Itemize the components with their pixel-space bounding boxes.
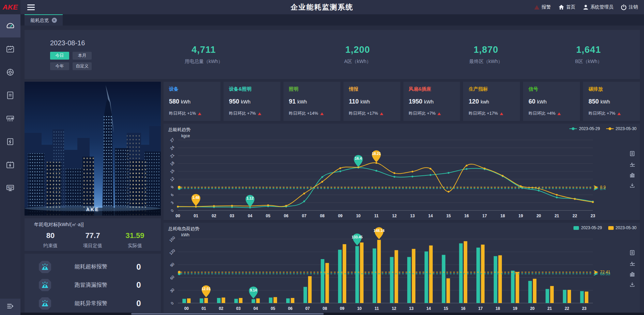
kpi-card-device: 设备 580kWh 昨日环比 +1%	[164, 82, 220, 121]
svg-text:10: 10	[357, 306, 362, 311]
svg-text:10: 10	[356, 214, 361, 218]
alarm-count: 0	[123, 299, 154, 308]
download-icon[interactable]	[630, 282, 635, 287]
line-type-icon[interactable]	[630, 162, 635, 167]
home-icon	[558, 4, 564, 10]
bar-chart: 0306090120150000102030405060708091011121…	[164, 223, 640, 313]
svg-text:9: 9	[170, 185, 174, 189]
city-brand-label: AKE	[25, 207, 161, 212]
tab-energy-overview[interactable]: 能耗总览 ×	[25, 14, 63, 26]
alarm-row-leakage: 跑冒滴漏报警 0	[31, 276, 154, 294]
svg-text:04: 04	[248, 214, 252, 218]
stat-total-power: 4,711 用电总量（kWh）	[127, 45, 281, 65]
svg-text:8.9: 8.9	[600, 185, 606, 190]
calendar-bolt-icon	[6, 160, 15, 169]
city-image: AKE	[25, 82, 161, 216]
kpi-card-carbon: 碳排放 850kWh 昨日环比 +7%	[583, 82, 640, 121]
nav-home[interactable]: 首页	[558, 4, 576, 10]
sidebar-item-power[interactable]	[0, 130, 20, 153]
sidebar-item-eco[interactable]: ECO	[0, 176, 20, 200]
benchmark-panel: 年耗电对标[kWh/(㎡·a)] 80 约束值 77.7 项目定值 31.59	[25, 218, 161, 251]
svg-text:02: 02	[219, 306, 224, 311]
sidebar-item-hvac[interactable]	[0, 107, 20, 130]
top-header: AKE 企业能耗监测系统 报警 首页 系统管理员	[0, 0, 644, 14]
data-view-icon[interactable]	[630, 250, 635, 255]
svg-text:0: 0	[170, 301, 174, 305]
svg-text:18: 18	[495, 306, 500, 311]
increase-arrow-icon	[617, 112, 621, 115]
current-date: 2023-08-16	[50, 39, 127, 47]
svg-text:60: 60	[169, 274, 175, 280]
bar-chart-panel: 总耗电负荷趋势 kWh 2023-05-29 2023-05-30 030609…	[164, 223, 640, 313]
svg-text:12: 12	[392, 214, 397, 218]
svg-text:21: 21	[554, 214, 559, 218]
svg-text:133.45: 133.45	[352, 235, 363, 239]
tab-bar: 能耗总览 ×	[20, 14, 644, 26]
download-icon[interactable]	[630, 183, 635, 188]
stat-zone-a: 1,200 A区（kWh）	[281, 45, 435, 65]
bar-type-icon[interactable]	[630, 271, 635, 277]
kpi-card-device-lighting: 设备&照明 950kWh 昨日环比 +7%	[224, 82, 280, 121]
range-button-month[interactable]: 本月	[73, 52, 92, 60]
svg-text:01: 01	[201, 306, 206, 311]
svg-text:09: 09	[340, 306, 344, 311]
svg-text:30: 30	[169, 287, 175, 293]
increase-arrow-icon	[380, 112, 383, 115]
sidebar-item-energy-analysis[interactable]	[0, 37, 20, 61]
alarm-panel: 能耗超标报警 0 跑冒滴漏报警 0 能耗异常报警 0	[25, 254, 161, 313]
svg-text:15: 15	[169, 169, 175, 174]
svg-text:3: 3	[170, 201, 174, 205]
svg-text:16: 16	[464, 214, 469, 218]
nav-logout[interactable]: 注销	[621, 4, 638, 10]
kpi-card-lighting: 照明 91kWh 昨日环比 +14%	[283, 82, 340, 121]
svg-text:03: 03	[236, 306, 241, 311]
hamburger-menu-icon[interactable]	[27, 3, 35, 12]
svg-text:13: 13	[409, 306, 414, 311]
nav-user[interactable]: 系统管理员	[583, 4, 614, 10]
svg-text:14: 14	[428, 214, 433, 218]
svg-text:20: 20	[530, 306, 535, 311]
svg-text:14: 14	[426, 306, 431, 311]
data-view-icon[interactable]	[630, 151, 635, 156]
alarm-count: 0	[123, 280, 154, 290]
svg-text:19: 19	[513, 306, 518, 311]
svg-text:17: 17	[482, 214, 487, 218]
overview-panel: 2023-08-16 今日 本月 今年 自定义 4,711 用电总量（kWh） …	[25, 30, 640, 79]
svg-text:05: 05	[271, 306, 275, 311]
sidebar-item-report[interactable]	[0, 84, 20, 107]
svg-text:21: 21	[169, 153, 175, 159]
svg-text:9.14: 9.14	[250, 288, 257, 292]
increase-arrow-icon	[198, 112, 201, 115]
alarm-row-abnormal: 能耗异常报警 0	[31, 295, 154, 312]
bar-type-icon[interactable]	[630, 172, 635, 177]
siren-icon	[37, 296, 52, 311]
range-button-custom[interactable]: 自定义	[73, 62, 92, 70]
tab-close-icon[interactable]: ×	[52, 18, 57, 23]
sidebar-collapse-button[interactable]	[0, 299, 20, 315]
range-button-year[interactable]: 今年	[50, 62, 69, 70]
svg-text:11: 11	[374, 214, 379, 218]
svg-text:07: 07	[305, 306, 310, 311]
svg-text:6: 6	[170, 193, 174, 197]
target-icon	[6, 68, 15, 77]
svg-text:09: 09	[338, 214, 343, 218]
sidebar-item-target[interactable]	[0, 61, 20, 84]
increase-arrow-icon	[258, 112, 261, 115]
svg-text:120: 120	[168, 248, 175, 255]
logo-box: AKE	[0, 0, 20, 14]
svg-text:1.12: 1.12	[247, 196, 254, 200]
nav-alarm[interactable]: 报警	[534, 4, 551, 10]
sidebar-item-dashboard[interactable]	[0, 14, 20, 37]
svg-text:23: 23	[591, 214, 595, 218]
line-type-icon[interactable]	[630, 261, 635, 266]
overview-stats: 4,711 用电总量（kWh） 1,200 A区（kWh） 1,870 最终区（…	[127, 45, 640, 65]
scrollbar-thumb[interactable]	[131, 313, 324, 315]
collapse-menu-icon	[6, 302, 14, 312]
svg-text:18.21: 18.21	[372, 152, 381, 156]
range-button-today[interactable]: 今日	[50, 52, 69, 60]
svg-text:0: 0	[170, 208, 174, 213]
user-icon	[583, 4, 588, 10]
sidebar-item-energy-schedule[interactable]	[0, 153, 20, 176]
increase-arrow-icon	[320, 112, 324, 115]
alarm-row-over-limit: 能耗超标报警 0	[31, 258, 154, 276]
